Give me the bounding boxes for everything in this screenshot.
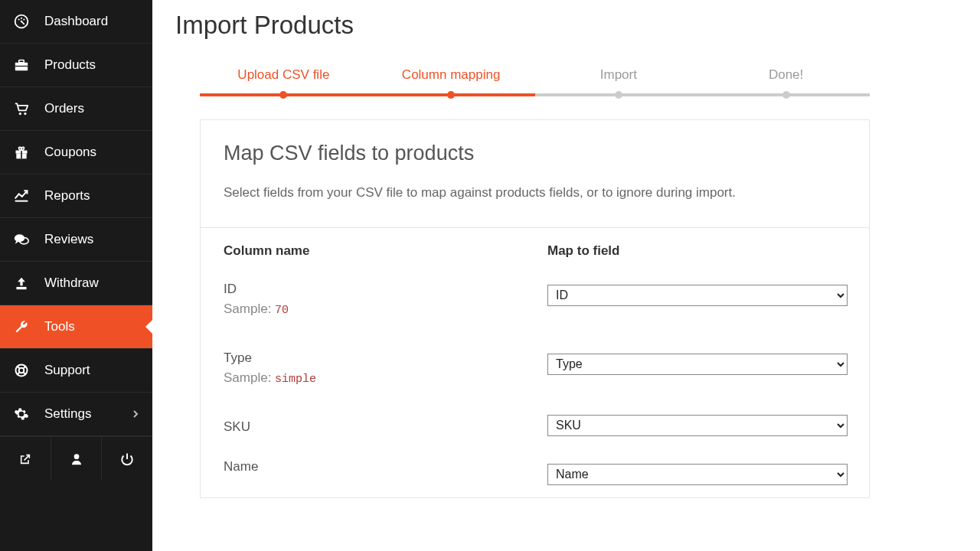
card-header: Map CSV fields to products Select fields… bbox=[201, 120, 869, 228]
map-to-field-header: Map to field bbox=[547, 243, 846, 259]
sample-value: 70 bbox=[275, 304, 289, 317]
sidebar-item-orders[interactable]: Orders bbox=[0, 87, 152, 131]
card-heading: Map CSV fields to products bbox=[224, 142, 846, 165]
power-icon bbox=[120, 452, 134, 466]
sidebar-item-reports[interactable]: Reports bbox=[0, 174, 152, 218]
sidebar-item-withdraw[interactable]: Withdraw bbox=[0, 262, 152, 305]
svg-point-3 bbox=[21, 18, 22, 19]
column-label: Name bbox=[224, 459, 547, 474]
step-dot bbox=[447, 91, 455, 99]
step-label: Column mapping bbox=[402, 67, 501, 82]
sample-value: simple bbox=[275, 373, 316, 386]
svg-point-23 bbox=[74, 454, 79, 459]
user-icon bbox=[70, 452, 83, 466]
sample-prefix: Sample: bbox=[224, 370, 271, 385]
card-description: Select fields from your CSV file to map … bbox=[224, 182, 846, 204]
briefcase-icon bbox=[14, 58, 34, 72]
sidebar-item-support[interactable]: Support bbox=[0, 349, 152, 393]
upload-icon bbox=[14, 276, 34, 290]
column-label: SKU bbox=[224, 419, 547, 435]
map-field-select[interactable]: Type bbox=[547, 354, 848, 375]
step-import[interactable]: Import bbox=[535, 67, 703, 96]
sidebar-item-label: Support bbox=[44, 363, 90, 378]
svg-line-19 bbox=[17, 366, 19, 368]
svg-point-9 bbox=[24, 112, 26, 115]
wrench-icon bbox=[14, 319, 34, 334]
profile-button[interactable] bbox=[51, 437, 102, 481]
svg-line-20 bbox=[24, 366, 26, 368]
gift-icon bbox=[14, 145, 34, 160]
chart-icon bbox=[14, 189, 34, 203]
svg-line-22 bbox=[17, 373, 19, 375]
comments-icon bbox=[14, 233, 34, 246]
chevron-right-icon bbox=[132, 409, 139, 419]
lifering-icon bbox=[14, 363, 34, 378]
svg-rect-12 bbox=[21, 151, 22, 159]
sidebar-item-label: Coupons bbox=[44, 145, 96, 160]
sidebar-bottom-row bbox=[0, 436, 152, 481]
sidebar-item-label: Orders bbox=[44, 101, 84, 116]
sidebar-item-coupons[interactable]: Coupons bbox=[0, 131, 152, 174]
mapping-row: Type Sample: simple Type bbox=[224, 350, 846, 386]
sidebar-item-settings[interactable]: Settings bbox=[0, 393, 152, 436]
external-link-button[interactable] bbox=[0, 437, 51, 481]
step-dot bbox=[279, 91, 287, 99]
map-field-select[interactable]: Name bbox=[547, 464, 848, 485]
sidebar-item-reviews[interactable]: Reviews bbox=[0, 218, 152, 262]
svg-rect-5 bbox=[15, 63, 28, 71]
step-column-mapping[interactable]: Column mapping bbox=[368, 67, 535, 96]
mapping-table-header: Column name Map to field bbox=[224, 243, 846, 259]
sidebar: Dashboard Products Orders Coupons Report… bbox=[0, 0, 152, 551]
sidebar-item-label: Reviews bbox=[44, 232, 93, 247]
step-dot bbox=[615, 91, 622, 99]
cart-icon bbox=[14, 102, 34, 116]
svg-point-2 bbox=[23, 18, 24, 20]
gear-icon bbox=[14, 406, 34, 422]
main-content: Import Products Upload CSV file Column m… bbox=[152, 0, 980, 551]
step-label: Done! bbox=[769, 67, 803, 82]
sidebar-item-label: Dashboard bbox=[44, 14, 108, 29]
step-done[interactable]: Done! bbox=[702, 67, 870, 96]
logout-button[interactable] bbox=[101, 437, 152, 481]
map-field-select[interactable]: ID bbox=[547, 285, 848, 306]
svg-rect-16 bbox=[16, 287, 26, 289]
mapping-row: Name Name bbox=[224, 459, 846, 485]
sidebar-item-label: Settings bbox=[44, 406, 91, 422]
sidebar-item-products[interactable]: Products bbox=[0, 44, 152, 87]
svg-rect-7 bbox=[15, 66, 28, 67]
sidebar-item-label: Reports bbox=[44, 188, 90, 204]
mapping-row: SKU SKU bbox=[224, 419, 846, 436]
svg-point-18 bbox=[19, 368, 24, 373]
page-title: Import Products bbox=[175, 11, 957, 40]
mapping-row: ID Sample: 70 ID bbox=[224, 282, 846, 317]
map-field-select[interactable]: SKU bbox=[547, 415, 848, 436]
step-dot bbox=[782, 91, 790, 99]
dashboard-icon bbox=[14, 14, 34, 29]
step-label: Import bbox=[600, 67, 637, 82]
svg-point-8 bbox=[19, 112, 21, 115]
column-sample: Sample: simple bbox=[224, 370, 547, 386]
column-label: Type bbox=[224, 350, 547, 366]
svg-point-4 bbox=[21, 21, 23, 23]
sidebar-item-label: Products bbox=[44, 57, 96, 73]
column-label: ID bbox=[224, 282, 547, 297]
step-upload-csv[interactable]: Upload CSV file bbox=[200, 67, 368, 96]
step-label: Upload CSV file bbox=[237, 67, 329, 82]
column-name-header: Column name bbox=[224, 243, 547, 259]
sidebar-item-dashboard[interactable]: Dashboard bbox=[0, 0, 152, 44]
mapping-table: Column name Map to field ID Sample: 70 I… bbox=[201, 228, 869, 497]
import-stepper: Upload CSV file Column mapping Import Do… bbox=[200, 67, 870, 96]
sidebar-item-label: Withdraw bbox=[44, 276, 99, 291]
svg-rect-6 bbox=[19, 60, 24, 62]
external-link-icon bbox=[19, 453, 31, 465]
sidebar-item-tools[interactable]: Tools bbox=[0, 305, 152, 349]
column-sample: Sample: 70 bbox=[224, 302, 547, 317]
mapping-card: Map CSV fields to products Select fields… bbox=[200, 119, 870, 498]
svg-point-1 bbox=[18, 18, 20, 20]
svg-line-21 bbox=[24, 373, 26, 375]
sample-prefix: Sample: bbox=[224, 302, 271, 316]
sidebar-item-label: Tools bbox=[44, 319, 75, 334]
